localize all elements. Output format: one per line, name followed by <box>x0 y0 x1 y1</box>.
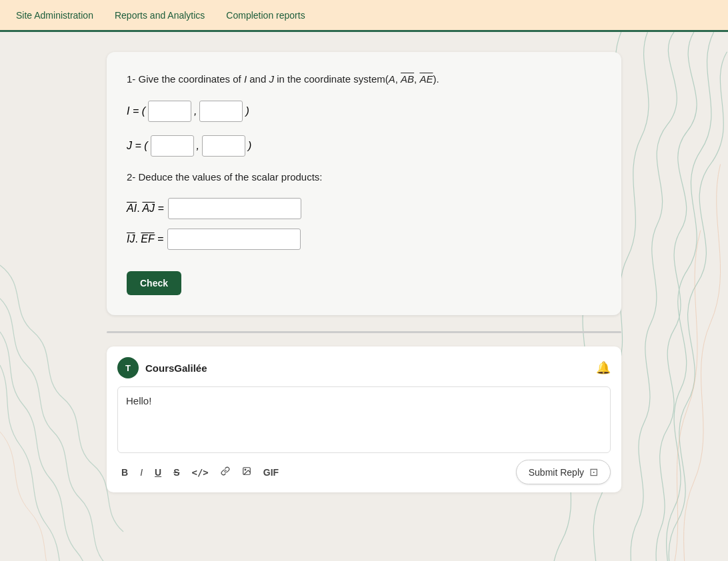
scalar-2-label: IJ. EF = <box>127 233 163 245</box>
coord-close-i: ) <box>245 105 249 117</box>
coord-close-j: ) <box>248 140 251 152</box>
navbar: Site Administration Reports and Analytic… <box>0 0 728 32</box>
avatar: T <box>117 357 139 378</box>
scalar-1-label: AI. AJ = <box>127 203 164 215</box>
j-label: J = ( <box>127 140 148 152</box>
coord-comma-i: , <box>194 105 197 117</box>
svg-point-1 <box>245 469 246 470</box>
underline-button[interactable]: U <box>151 464 165 480</box>
editor-toolbar: B I U S </> <box>117 460 611 484</box>
bold-button[interactable]: B <box>117 464 132 480</box>
scalar-1-input[interactable] <box>168 198 301 219</box>
comment-author: T CoursGalilée <box>117 357 207 378</box>
bell-icon[interactable]: 🔔 <box>596 360 611 375</box>
check-button[interactable]: Check <box>127 271 181 295</box>
comment-section: T CoursGalilée 🔔 Hello! B I U S </> <box>107 346 621 492</box>
main-content: 1- Give the coordinates of I and J in th… <box>0 52 728 492</box>
nav-site-admin[interactable]: Site Administration <box>5 0 104 30</box>
page-background: 1- Give the coordinates of I and J in th… <box>0 32 728 561</box>
scalar-2-input[interactable] <box>167 229 301 250</box>
question-2-text: 2- Deduce the values of the scalar produ… <box>127 170 601 185</box>
nav-completion[interactable]: Completion reports <box>215 0 315 30</box>
submit-reply-button[interactable]: Submit Reply ⊡ <box>516 460 611 484</box>
code-button[interactable]: </> <box>187 464 212 480</box>
question-2: 2- Deduce the values of the scalar produ… <box>127 170 601 251</box>
author-name: CoursGalilée <box>145 362 207 374</box>
strikethrough-button[interactable]: S <box>169 464 183 480</box>
exercise-card: 1- Give the coordinates of I and J in th… <box>107 52 621 315</box>
link-button[interactable] <box>217 464 234 480</box>
i-label: I = ( <box>127 105 145 117</box>
i-x-input[interactable] <box>148 101 191 122</box>
coord-row-i: I = ( , ) <box>127 101 601 122</box>
italic-button[interactable]: I <box>136 464 147 480</box>
nav-reports[interactable]: Reports and Analytics <box>104 0 215 30</box>
submit-icon: ⊡ <box>589 466 598 478</box>
scalar-row-1: AI. AJ = <box>127 198 601 219</box>
section-divider <box>107 331 621 333</box>
reply-editor[interactable]: Hello! <box>117 386 611 453</box>
gif-button[interactable]: GIF <box>259 464 283 480</box>
j-y-input[interactable] <box>202 135 245 157</box>
coord-comma-j: , <box>197 140 199 152</box>
toolbar-buttons: B I U S </> <box>117 464 283 480</box>
i-y-input[interactable] <box>199 101 243 122</box>
j-x-input[interactable] <box>151 135 194 157</box>
submit-reply-label: Submit Reply <box>529 467 584 478</box>
coord-row-j: J = ( , ) <box>127 135 601 157</box>
question-1-text: 1- Give the coordinates of I and J in th… <box>127 72 601 87</box>
comment-header: T CoursGalilée 🔔 <box>117 357 611 378</box>
image-button[interactable] <box>238 464 255 480</box>
scalar-row-2: IJ. EF = <box>127 229 601 250</box>
